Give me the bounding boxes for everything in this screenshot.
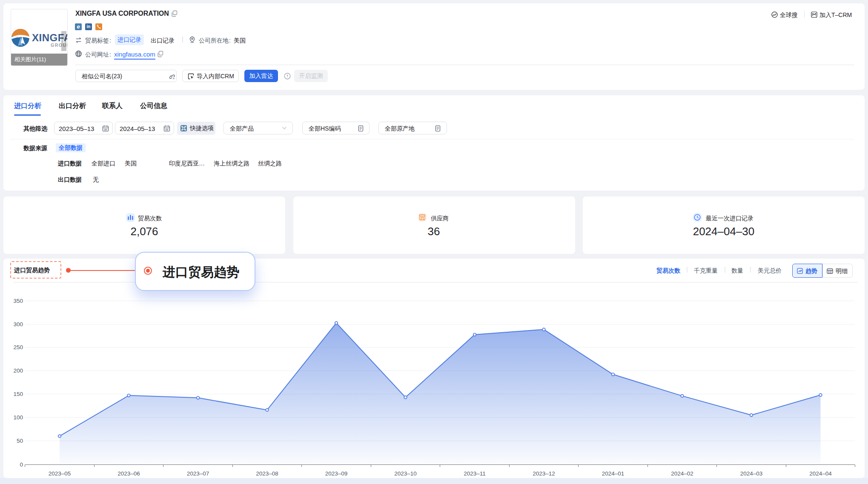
svg-text:150: 150: [13, 391, 23, 397]
svg-text:2023–10: 2023–10: [394, 470, 417, 477]
svg-text:2023–12: 2023–12: [533, 470, 555, 477]
svg-text:350: 350: [13, 298, 23, 304]
svg-text:2023–09: 2023–09: [325, 470, 348, 477]
svg-text:2023–06: 2023–06: [117, 470, 140, 477]
svg-text:2024–02: 2024–02: [671, 470, 693, 477]
svg-text:2023–11: 2023–11: [464, 470, 486, 477]
svg-text:50: 50: [17, 438, 23, 444]
svg-text:2023–07: 2023–07: [187, 470, 209, 477]
svg-text:2024–03: 2024–03: [740, 470, 763, 477]
svg-text:300: 300: [13, 321, 23, 327]
svg-text:100: 100: [13, 414, 23, 421]
svg-text:250: 250: [13, 344, 23, 350]
svg-text:2023–05: 2023–05: [49, 470, 71, 477]
svg-text:2024–04: 2024–04: [809, 470, 832, 477]
svg-text:200: 200: [13, 367, 23, 374]
svg-text:2024–01: 2024–01: [602, 470, 625, 477]
svg-text:0: 0: [20, 461, 23, 468]
svg-text:2023–08: 2023–08: [256, 470, 278, 477]
